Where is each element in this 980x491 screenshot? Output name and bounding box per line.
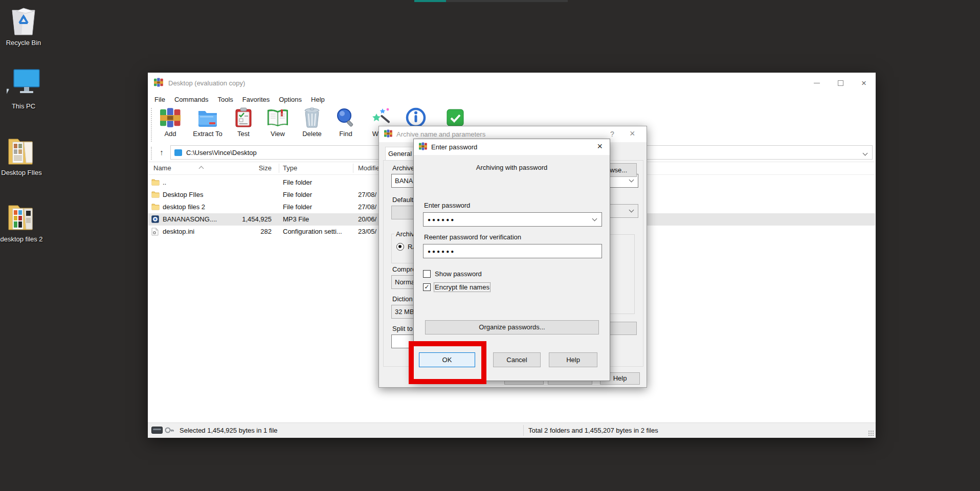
enter-password-label: Enter password xyxy=(424,202,470,209)
dictionary-size-value: 32 MB xyxy=(395,308,414,316)
menu-commands[interactable]: Commands xyxy=(170,93,213,106)
desktop-icon-desktop-files[interactable]: Desktop FIles xyxy=(0,134,46,177)
dialog-close-button[interactable]: × xyxy=(630,128,635,139)
find-magnifier-icon xyxy=(331,107,360,128)
show-password-checkbox[interactable] xyxy=(423,270,431,278)
file-size xyxy=(205,189,272,201)
up-arrow-icon: ↑ xyxy=(160,148,164,157)
winrar-app-icon xyxy=(154,78,163,88)
password-cancel-button[interactable]: Cancel xyxy=(493,352,541,367)
extract-folder-icon xyxy=(186,107,230,128)
password-dialog-title: Enter password xyxy=(431,143,477,151)
toolbar-find-button[interactable]: Find xyxy=(331,107,360,138)
minimize-button[interactable] xyxy=(805,73,829,93)
file-modified: 27/08/ xyxy=(358,201,376,213)
ini-file-icon xyxy=(151,228,159,237)
menu-favorites[interactable]: Favorites xyxy=(238,93,274,106)
toolbar-label: Add xyxy=(155,130,186,138)
toolbar-test-button[interactable]: Test xyxy=(229,107,258,138)
menu-help[interactable]: Help xyxy=(306,93,329,106)
password-value: ●●●●●● xyxy=(428,217,455,222)
split-volumes-label: Split to xyxy=(392,325,413,332)
key-icon[interactable] xyxy=(165,426,174,436)
file-type: File folder xyxy=(283,176,312,189)
folder-pictures-icon xyxy=(0,134,46,166)
toolbar-grip xyxy=(151,108,152,142)
address-dropdown-icon[interactable] xyxy=(863,149,867,157)
desktop-location-icon xyxy=(174,149,182,156)
file-size: 282 xyxy=(205,226,272,238)
organize-passwords-button[interactable]: Organize passwords... xyxy=(425,320,599,334)
minimize-icon xyxy=(814,83,820,83)
maximize-icon xyxy=(838,80,843,86)
resize-grip[interactable] xyxy=(868,430,874,436)
mp3-file-icon xyxy=(151,215,159,225)
rar-radio[interactable] xyxy=(396,243,404,251)
desktop-icon-label: desktop files 2 xyxy=(0,235,46,243)
file-name: .. xyxy=(163,176,166,189)
file-type: File folder xyxy=(283,189,312,201)
toolbar-add-button[interactable]: Add xyxy=(155,107,186,138)
dialog-close-button[interactable]: × xyxy=(597,141,603,152)
status-selected-text: Selected 1,454,925 bytes in 1 file xyxy=(180,427,278,434)
tab-general[interactable]: General xyxy=(385,147,415,161)
toolbar-extract-button[interactable]: Extract To xyxy=(186,107,230,138)
top-gray-strip xyxy=(446,0,568,2)
reenter-password-input[interactable]: ●●●●●● xyxy=(423,244,602,258)
toolbar-label: Find xyxy=(331,130,360,138)
dialog-help-button[interactable]: ? xyxy=(610,130,614,138)
password-ok-button[interactable]: OK xyxy=(419,352,475,367)
file-name: desktop.ini xyxy=(163,226,194,238)
toolbar-label: Test xyxy=(229,130,258,138)
add-archive-icon xyxy=(155,107,186,128)
info-icon xyxy=(400,107,432,128)
up-one-level-button[interactable]: ↑ xyxy=(154,146,169,159)
menu-options[interactable]: Options xyxy=(274,93,306,106)
menu-tools[interactable]: Tools xyxy=(213,93,237,106)
address-path: C:\Users\Vince\Desktop xyxy=(186,149,257,157)
this-pc-icon xyxy=(0,68,48,99)
file-modified: 23/05/ xyxy=(358,226,376,238)
virusscan-icon xyxy=(439,107,472,128)
toolbar-delete-button[interactable]: Delete xyxy=(296,107,328,138)
view-book-icon xyxy=(261,107,294,128)
password-heading: Archiving with password xyxy=(414,164,610,171)
file-modified: 20/06/ xyxy=(358,213,376,226)
encrypt-file-names-checkbox[interactable]: ✓ xyxy=(423,283,431,291)
column-header-size[interactable]: Size xyxy=(205,162,272,174)
password-dialog: Enter password × Archiving with password… xyxy=(413,139,610,381)
password-help-button[interactable]: Help xyxy=(549,352,597,367)
file-size xyxy=(205,201,272,213)
show-password-label: Show password xyxy=(435,270,482,278)
close-icon: × xyxy=(861,79,866,87)
file-size: 1,454,925 xyxy=(205,213,272,226)
password-combobox[interactable]: ●●●●●● xyxy=(423,212,602,227)
toolbar-label: Delete xyxy=(296,130,328,138)
wizard-wand-icon xyxy=(366,107,399,128)
archive-dialog-title: Archive name and parameters xyxy=(396,130,485,138)
desktop-icon-this-pc[interactable]: This PC xyxy=(0,68,48,110)
column-divider[interactable] xyxy=(279,164,279,173)
maximize-button[interactable] xyxy=(829,73,852,93)
recycle-bin-icon xyxy=(0,4,48,36)
column-header-type[interactable]: Type xyxy=(283,162,297,174)
desktop-icon-desktop-files-2[interactable]: desktop files 2 xyxy=(0,200,46,243)
addressbar-grip xyxy=(151,147,152,160)
desktop-icon-label: Recycle Bin xyxy=(0,39,48,47)
delete-trash-icon xyxy=(296,107,328,128)
menubar: File Commands Tools Favorites Options He… xyxy=(150,93,329,106)
status-total-text: Total 2 folders and 1,455,207 bytes in 2… xyxy=(528,427,658,434)
file-type: File folder xyxy=(283,201,312,213)
column-header-name[interactable]: Name xyxy=(153,162,171,174)
desktop-icon-recycle-bin[interactable]: Recycle Bin xyxy=(0,4,48,47)
menu-file[interactable]: File xyxy=(150,93,170,106)
drive-icon xyxy=(151,427,163,435)
toolbar-view-button[interactable]: View xyxy=(261,107,294,138)
archive-format-label: Archiv xyxy=(394,230,416,238)
toolbar-label: Extract To xyxy=(186,130,230,138)
top-teal-strip xyxy=(414,0,446,2)
close-button[interactable]: × xyxy=(852,73,876,93)
file-size xyxy=(205,176,272,189)
reenter-password-label: Reenter password for verification xyxy=(424,233,521,241)
column-divider[interactable] xyxy=(353,164,353,173)
